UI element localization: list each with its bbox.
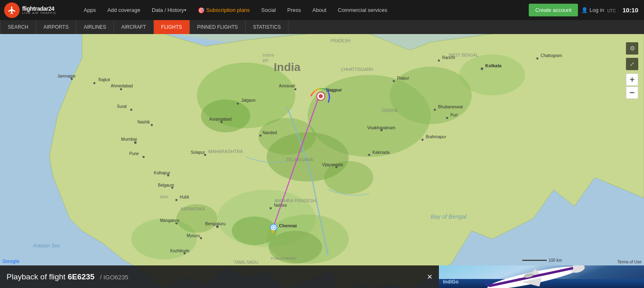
settings-button[interactable]: ⚙	[626, 42, 638, 55]
svg-text:Bengaluru: Bengaluru	[205, 221, 226, 226]
svg-point-39	[151, 124, 153, 126]
nav-data-history[interactable]: Data / History	[146, 0, 192, 20]
svg-text:Jalgaon: Jalgaon	[241, 98, 256, 103]
svg-point-10	[201, 100, 250, 133]
subnav-aircraft[interactable]: AIRCRAFT	[114, 20, 154, 34]
top-navigation: flightradar24 LIVE AIR TRAFFIC Apps Add …	[0, 0, 644, 20]
svg-text:India: India	[274, 61, 301, 73]
svg-text:Puri: Puri	[450, 113, 458, 117]
svg-point-81	[393, 80, 395, 82]
google-watermark: Google	[2, 258, 19, 264]
svg-point-45	[94, 82, 96, 84]
svg-text:Indore: Indore	[263, 53, 274, 57]
svg-point-41	[130, 109, 132, 111]
logo-icon	[4, 2, 20, 18]
svg-point-71	[270, 207, 272, 209]
svg-text:Chennai: Chennai	[279, 223, 297, 228]
nav-right: Create account 👤 Log in UTC 10:10	[529, 4, 644, 16]
svg-text:TELANGANA: TELANGANA	[286, 157, 313, 162]
svg-point-59	[176, 199, 178, 201]
svg-text:Arabian Sea: Arabian Sea	[32, 243, 60, 249]
scale-label: 100 km	[548, 258, 562, 263]
map-background: Bay of Bengal Arabian Sea India MAHARASH…	[0, 34, 644, 288]
subnav-search[interactable]: SEARCH	[0, 20, 36, 34]
svg-text:Kozhikode: Kozhikode	[170, 249, 190, 253]
zoom-out-button[interactable]: −	[626, 87, 638, 99]
svg-text:Kolhapur: Kolhapur	[154, 171, 171, 175]
svg-text:Mangalore: Mangalore	[160, 218, 180, 223]
svg-text:Nagpur: Nagpur	[326, 87, 342, 92]
svg-text:Mysuru: Mysuru	[187, 233, 200, 238]
svg-text:Hubli: Hubli	[180, 195, 189, 199]
svg-point-47	[71, 78, 73, 80]
svg-text:Nanded: Nanded	[263, 130, 277, 135]
svg-point-37	[143, 156, 145, 158]
svg-point-93	[537, 57, 539, 59]
nav-about[interactable]: About	[307, 0, 332, 20]
svg-text:Bhubaneswar: Bhubaneswar	[438, 105, 464, 109]
svg-point-31	[319, 92, 321, 95]
svg-text:Surat: Surat	[117, 104, 127, 109]
scale-line	[522, 260, 547, 261]
terms-of-use[interactable]: Terms of Use	[617, 260, 642, 264]
login-area[interactable]: 👤 Log in	[581, 7, 604, 13]
map-area[interactable]: Bay of Bengal Arabian Sea India MAHARASH…	[0, 34, 644, 288]
svg-text:Aurangabad: Aurangabad	[209, 117, 232, 121]
nav-social[interactable]: Social	[256, 0, 281, 20]
subnav-statistics[interactable]: STATISTICS	[246, 20, 289, 34]
svg-text:KARNATAKA: KARNATAKA	[180, 207, 205, 211]
subnav-pinned-flights[interactable]: PINNED FLIGHTS	[190, 20, 246, 34]
svg-text:Ahmedabad: Ahmedabad	[111, 84, 133, 88]
svg-text:इंदौर: इंदौर	[262, 58, 269, 63]
svg-text:Amravati: Amravati	[279, 84, 295, 88]
svg-text:PUDUCHERRY: PUDUCHERRY	[271, 256, 297, 261]
svg-point-91	[481, 68, 483, 70]
svg-text:Kolkata: Kolkata	[485, 63, 502, 68]
svg-text:Kakinada: Kakinada	[372, 150, 390, 155]
svg-point-14	[232, 217, 277, 245]
svg-point-49	[237, 103, 239, 105]
nav-apps[interactable]: Apps	[78, 0, 102, 20]
nav-commercial[interactable]: Commercial services	[332, 0, 393, 20]
svg-text:Ranchi: Ranchi	[442, 55, 455, 60]
svg-point-87	[422, 139, 424, 141]
svg-point-89	[446, 117, 448, 119]
zoom-in-button[interactable]: +	[626, 73, 638, 86]
nav-subscriptions[interactable]: 🎯 Subscription plans	[192, 0, 256, 20]
svg-point-79	[260, 135, 262, 137]
svg-point-43	[120, 88, 122, 90]
utc-time: UTC 10:10	[607, 7, 638, 14]
svg-text:Pune: Pune	[129, 151, 139, 156]
svg-point-8	[390, 67, 472, 124]
svg-point-11	[258, 118, 316, 155]
logo-area[interactable]: flightradar24 LIVE AIR TRAFFIC	[0, 0, 74, 20]
svg-text:MAHARASHTRA: MAHARASHTRA	[208, 149, 243, 154]
subnav-flights[interactable]: FLIGHTS	[154, 20, 190, 34]
logo-text: flightradar24 LIVE AIR TRAFFIC	[22, 6, 57, 15]
svg-text:CHHATTISGARH: CHHATTISGARH	[341, 67, 373, 72]
scale-bar: 100 km	[522, 258, 562, 263]
svg-text:Mumbai: Mumbai	[121, 137, 137, 142]
svg-point-83	[438, 59, 440, 62]
subnav-airports[interactable]: AIRPORTS	[36, 20, 76, 34]
map-controls: ⚙ ⤢ + −	[626, 42, 638, 99]
playback-bar: Playback of flight 6E6235 / IGO6235 ×	[0, 265, 439, 288]
subnav-airlines[interactable]: AIRLINES	[76, 20, 114, 34]
svg-point-35	[134, 142, 137, 144]
svg-point-65	[200, 237, 202, 239]
create-account-button[interactable]: Create account	[529, 4, 578, 16]
svg-text:ODISHA: ODISHA	[382, 108, 398, 113]
svg-text:Nashik: Nashik	[137, 120, 151, 124]
svg-point-77	[368, 154, 370, 156]
expand-button[interactable]: ⤢	[626, 58, 638, 70]
close-playback-button[interactable]: ×	[427, 272, 432, 281]
user-icon: 👤	[581, 7, 588, 13]
subscription-icon: 🎯	[198, 7, 205, 14]
sub-navigation: SEARCH AIRPORTS AIRLINES AIRCRAFT FLIGHT…	[0, 20, 644, 34]
flight-thumbnail: IndiGo	[439, 265, 644, 288]
nav-press[interactable]: Press	[281, 0, 306, 20]
svg-point-69	[274, 228, 276, 230]
svg-text:Jamnagar: Jamnagar	[57, 74, 76, 78]
svg-point-51	[221, 121, 223, 123]
nav-add-coverage[interactable]: Add coverage	[102, 0, 146, 20]
